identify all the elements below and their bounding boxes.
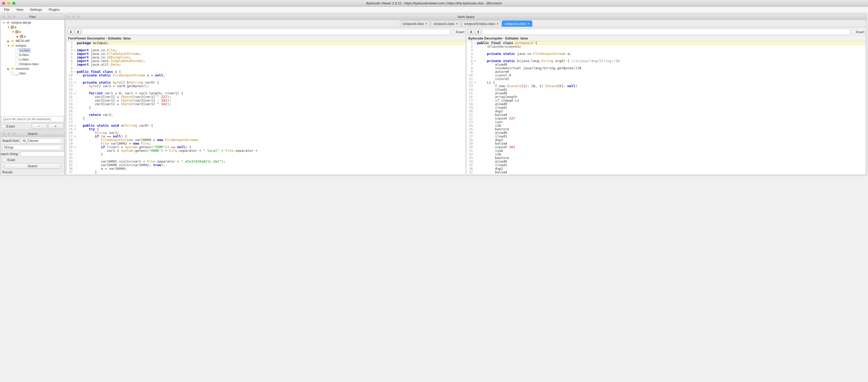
code-line: bastore: [477, 156, 865, 160]
line-number: 31: [69, 149, 75, 153]
tree-toggle-icon[interactable]: ▶: [16, 35, 19, 38]
tree-node[interactable]: __.class: [1, 71, 64, 76]
workspace-minimize-button[interactable]: [72, 15, 75, 19]
close-window-button[interactable]: [2, 2, 5, 5]
line-number: 29: [69, 142, 75, 146]
close-icon[interactable]: ×: [425, 22, 427, 26]
close-icon[interactable]: ×: [497, 22, 499, 26]
workspace-zoom-button[interactable]: [77, 15, 80, 19]
files-panel: Files ▼octopus.dat.jar▼a▼a▶a▶META-INF▼oc…: [1, 14, 65, 130]
files-panel-minimize-button[interactable]: [7, 15, 10, 19]
close-icon[interactable]: ×: [456, 22, 458, 26]
tree-node[interactable]: a.class: [1, 48, 64, 53]
line-number: 36: [469, 167, 476, 170]
right-exact-checkbox[interactable]: [851, 30, 855, 34]
search-from-select[interactable]: All_Classes: [21, 138, 63, 143]
search-exact-checkbox[interactable]: [2, 158, 6, 162]
editor-tab[interactable]: octopus/b.class×: [400, 21, 430, 27]
files-bottom-row: Exact − +: [1, 123, 64, 129]
tree-node[interactable]: ▼octopus.dat.jar: [1, 20, 64, 25]
window-title-bar: Bytecode Viewer 2.9.22 - https://bytecod…: [0, 0, 868, 7]
menu-plugins[interactable]: Plugins: [45, 7, 63, 12]
package-icon: [16, 30, 19, 33]
close-icon[interactable]: ×: [528, 22, 530, 26]
tree-toggle-icon[interactable]: ▶: [7, 40, 10, 42]
tree-node[interactable]: ▶a: [1, 34, 64, 39]
line-number: 27: [469, 135, 476, 138]
line-number: 37: [469, 170, 476, 174]
search-panel-minimize-button[interactable]: [7, 132, 10, 135]
code-line: i2b: [477, 124, 865, 127]
code-line: import java.io.FileOutputStream;: [77, 52, 465, 56]
tree-node[interactable]: c.class: [1, 57, 64, 62]
line-number: 24: [469, 124, 476, 127]
tree-toggle-icon[interactable]: ▼: [7, 44, 10, 47]
code-line: dup2: [477, 138, 865, 142]
tree-node[interactable]: b.class: [1, 53, 64, 57]
quick-file-search-input[interactable]: [1, 117, 64, 122]
right-upload-button[interactable]: ⬆: [475, 29, 481, 35]
tree-node[interactable]: Octopus.class: [1, 62, 64, 66]
editor-tab[interactable]: octopus/Octopus.class×: [461, 21, 501, 27]
zoom-window-button[interactable]: [12, 2, 16, 5]
files-panel-zoom-button[interactable]: [12, 15, 16, 19]
line-number: 12⊟: [469, 81, 476, 84]
code-line: var2[var1] = (byte)(var2[var1] ^ 162);: [77, 102, 465, 106]
line-number: 20: [69, 109, 75, 113]
tree-expand-button[interactable]: +: [48, 123, 63, 129]
search-panel-zoom-button[interactable]: [12, 132, 16, 135]
menu-file[interactable]: File: [1, 7, 12, 12]
right-code-area[interactable]: 1⊟23456⊟789101112⊟1314151617181920212223…: [467, 41, 865, 174]
left-download-button[interactable]: ⬇: [68, 29, 74, 35]
search-button[interactable]: Search: [4, 163, 61, 169]
line-number: 11: [69, 77, 75, 81]
code-line: aload0: [477, 102, 865, 106]
tree-node[interactable]: ▼a: [1, 30, 64, 34]
files-panel-close-button[interactable]: [2, 15, 5, 19]
files-tree[interactable]: ▼octopus.dat.jar▼a▼a▶a▶META-INF▼octopusa…: [1, 20, 64, 116]
tree-toggle-icon[interactable]: ▼: [2, 21, 5, 24]
code-line: }: [77, 170, 465, 174]
line-number: 1: [69, 41, 75, 45]
code-line: L1 {: [477, 81, 865, 84]
tab-label: octopus/Octopus.class: [464, 22, 495, 26]
line-number: 11: [469, 77, 476, 81]
tree-collapse-button[interactable]: −: [32, 123, 47, 129]
workspace-close-button[interactable]: [67, 15, 70, 19]
tree-node[interactable]: ▼a: [1, 25, 64, 30]
menu-settings[interactable]: Settings: [27, 7, 45, 12]
left-editor-header: FernFlower Decompiler - Editable: false: [67, 36, 465, 41]
code-line: [77, 174, 465, 174]
code-line: a = var10000;: [77, 167, 465, 170]
line-number: 16: [469, 95, 476, 99]
tree-node-label: octopus: [16, 44, 26, 47]
tree-toggle-icon[interactable]: ▼: [11, 31, 14, 33]
search-panel-close-button[interactable]: [2, 132, 5, 135]
files-exact-checkbox[interactable]: [2, 124, 5, 128]
left-exact-checkbox[interactable]: [451, 30, 455, 34]
tree-toggle-icon[interactable]: ▶: [7, 67, 10, 70]
line-number: 17: [469, 99, 476, 102]
files-panel-title-bar: Files: [1, 14, 64, 20]
menu-view[interactable]: View: [13, 7, 26, 12]
right-download-button[interactable]: ⬇: [468, 29, 474, 35]
editor-tab[interactable]: octopus/a.class×: [502, 21, 532, 27]
minimize-window-button[interactable]: [7, 2, 10, 5]
editor-tab[interactable]: octopus/c.class×: [431, 21, 461, 27]
line-number: 3⊟: [69, 49, 75, 52]
tree-node[interactable]: ▶META-INF: [1, 39, 64, 43]
left-editor-search-input[interactable]: [82, 29, 450, 35]
line-number: 16: [69, 95, 75, 99]
tree-node[interactable]: ▼octopus: [1, 43, 64, 48]
tree-node[interactable]: ▶resources: [1, 66, 64, 71]
code-line: aload0: [477, 63, 865, 66]
left-code-area[interactable]: 123⊟456789⊟101112⊟131415⊟161718192021222…: [67, 41, 465, 174]
search-string-input[interactable]: [20, 152, 65, 157]
tree-toggle-icon[interactable]: ▼: [7, 26, 10, 29]
line-number: 38: [469, 174, 476, 174]
left-upload-button[interactable]: ⬆: [75, 29, 81, 35]
right-editor-search-input[interactable]: [482, 29, 850, 35]
code-line: try {: [77, 127, 465, 131]
code-line: return var2;: [77, 113, 465, 117]
search-type-select[interactable]: Strings: [2, 145, 63, 150]
